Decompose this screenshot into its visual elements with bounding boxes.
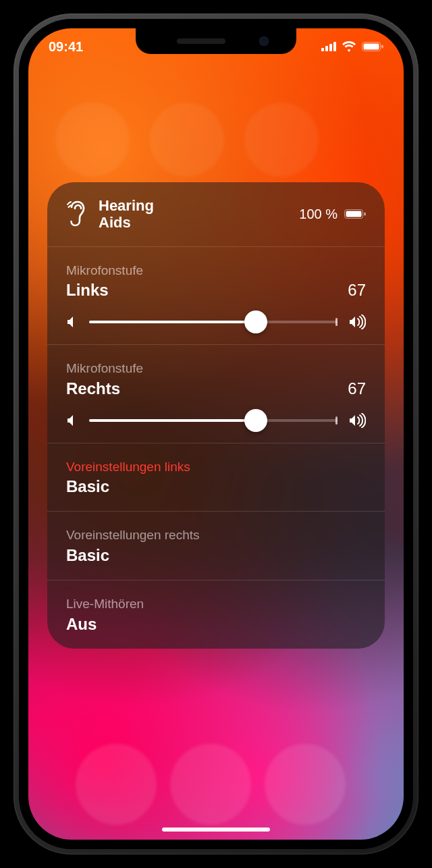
preset-left-value: Basic (66, 477, 366, 496)
volume-low-icon (66, 414, 78, 427)
live-listen-value: Aus (66, 615, 366, 634)
preset-right-label: Voreinstellungen rechts (66, 526, 366, 545)
mic-level-left-section: Mikrofonstufe Links 67 (47, 246, 385, 345)
volume-high-icon (348, 413, 366, 428)
battery-full-icon (344, 209, 366, 219)
phone-device-frame: 09:41 (14, 13, 418, 855)
mic-left-side: Links (66, 281, 143, 300)
volume-high-icon (348, 315, 366, 329)
phone-screen: 09:41 (28, 28, 404, 840)
cellular-icon (321, 42, 336, 51)
preset-right-row[interactable]: Voreinstellungen rechts Basic (47, 511, 385, 580)
svg-rect-3 (333, 42, 336, 51)
panel-header: Hearing Aids 100 % (47, 182, 385, 246)
device-notch (136, 28, 296, 54)
mic-level-right-section: Mikrofonstufe Rechts 67 (47, 344, 385, 443)
live-listen-row[interactable]: Live-Mithören Aus (47, 580, 385, 649)
preset-left-label: Voreinstellungen links (66, 458, 366, 477)
hearing-aid-battery-text: 100 % (299, 207, 338, 222)
volume-low-icon (66, 315, 78, 329)
mic-left-caption: Mikrofonstufe (66, 262, 143, 280)
svg-rect-5 (364, 44, 379, 50)
svg-rect-9 (364, 213, 366, 216)
home-indicator[interactable] (162, 828, 270, 832)
wifi-icon (342, 41, 356, 52)
live-listen-label: Live-Mithören (66, 595, 366, 614)
preset-right-value: Basic (66, 546, 366, 565)
svg-rect-8 (346, 211, 362, 217)
mic-left-slider[interactable] (66, 315, 366, 329)
mic-right-value: 67 (348, 379, 366, 398)
svg-rect-0 (321, 48, 324, 51)
status-time: 09:41 (49, 39, 83, 55)
battery-icon (362, 42, 383, 51)
mic-left-value: 67 (348, 281, 366, 300)
svg-rect-6 (381, 45, 383, 49)
mic-right-caption: Mikrofonstufe (66, 360, 143, 378)
svg-rect-1 (325, 46, 328, 51)
phone-bezel: 09:41 (19, 19, 413, 849)
mic-right-slider[interactable] (66, 413, 366, 428)
panel-title: Hearing Aids (99, 197, 154, 232)
svg-rect-2 (329, 44, 332, 51)
preset-left-row[interactable]: Voreinstellungen links Basic (47, 443, 385, 512)
mic-right-side: Rechts (66, 379, 143, 398)
hearing-aids-panel: Hearing Aids 100 % (47, 182, 385, 649)
ear-icon (66, 200, 89, 227)
